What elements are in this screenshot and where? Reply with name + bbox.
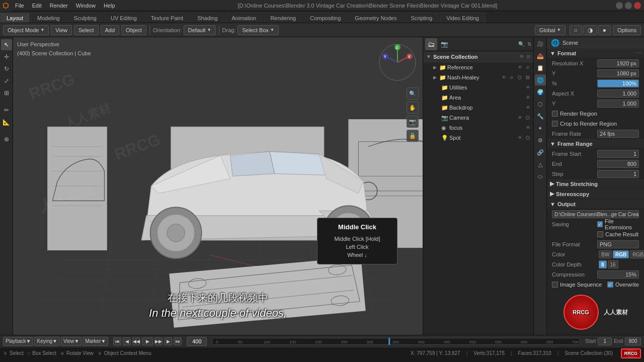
step-value[interactable]: 1: [597, 170, 639, 178]
aspect-y-value[interactable]: 1.000: [597, 100, 639, 108]
image-seq-checkbox[interactable]: [552, 282, 558, 288]
minimize-button[interactable]: [616, 2, 623, 9]
format-section-header[interactable]: ▼ Format ⋯: [547, 48, 644, 58]
tab-shading[interactable]: Shading: [191, 13, 224, 23]
object-properties-icon[interactable]: ⬡: [535, 99, 546, 110]
current-frame-input[interactable]: 400: [187, 337, 207, 346]
playback-menu[interactable]: Playback▼: [3, 337, 33, 346]
resolution-y-value[interactable]: 1080 px: [597, 69, 639, 77]
visibility-backdrop[interactable]: 👁: [524, 104, 531, 111]
exclude-reference[interactable]: ⊘: [524, 64, 531, 71]
drag-dropdown[interactable]: Select Box ▼: [237, 25, 279, 35]
color-rgba[interactable]: RGBA: [630, 250, 644, 258]
aspect-x-value[interactable]: 1.000: [597, 89, 639, 98]
tab-uv-editing[interactable]: UV Editing: [104, 13, 143, 23]
output-section-header[interactable]: ▼ Output: [547, 199, 644, 209]
scene-properties-icon[interactable]: 🌐: [535, 74, 546, 85]
visibility-camera[interactable]: 👁: [516, 114, 523, 121]
output-properties-icon[interactable]: 📤: [535, 50, 546, 61]
depth-8[interactable]: 8: [599, 260, 607, 268]
navigation-gizmo[interactable]: Z X Y: [377, 42, 418, 82]
tab-video-editing[interactable]: Video Editing: [440, 13, 486, 23]
play-forward-button[interactable]: ▶▶: [154, 337, 163, 345]
options-button[interactable]: Options: [613, 25, 641, 35]
depth-16[interactable]: 16: [608, 260, 618, 268]
resolution-x-value[interactable]: 1920 px: [597, 59, 639, 67]
frame-range-section-header[interactable]: ▼ Frame Range: [547, 139, 644, 149]
data-icon[interactable]: △: [535, 159, 546, 170]
tree-item-spot[interactable]: 💡 Spot 👁 ⬡: [423, 133, 533, 143]
world-properties-icon[interactable]: 🌍: [535, 86, 546, 98]
image-seq-check[interactable]: Image Sequence: [552, 282, 602, 288]
end-value[interactable]: 800: [597, 160, 639, 168]
filter-icon[interactable]: 🔍: [518, 41, 524, 47]
tool-rotate[interactable]: ↻: [1, 63, 12, 74]
stereoscopy-header[interactable]: ▶ Stereoscopy: [547, 189, 644, 199]
lock-icon[interactable]: 🔒: [407, 130, 419, 142]
frame-rate-value[interactable]: 24 fps: [597, 130, 639, 138]
tab-geometry-nodes[interactable]: Geometry Nodes: [348, 13, 403, 23]
tool-annotate[interactable]: ✏: [1, 105, 12, 116]
file-ext-checkbox[interactable]: ✓: [597, 221, 603, 227]
viewport-shading-rendered[interactable]: ●: [598, 25, 611, 35]
tab-layout[interactable]: Layout: [0, 13, 30, 23]
render-properties-icon[interactable]: 🎥: [535, 38, 546, 49]
menu-window[interactable]: Window: [72, 0, 100, 11]
tree-item-utilities[interactable]: 📁 Utilities 👁: [423, 82, 533, 93]
file-format-value[interactable]: PNG: [597, 240, 639, 248]
viewport-shading-solid[interactable]: ○: [570, 25, 582, 35]
play-back-button[interactable]: ◀◀: [132, 337, 140, 345]
tree-item-camera[interactable]: 📷 Camera 👁 ⬡: [423, 113, 533, 123]
tree-item-reference[interactable]: ▶ 📁 Reference 👁 ⊘: [423, 62, 533, 72]
render-region-check[interactable]: Render Region: [552, 111, 597, 117]
menu-render[interactable]: Render: [46, 0, 72, 11]
output-path-value[interactable]: D:\Online Courses\Blen...ge Car Creation…: [552, 210, 639, 218]
menu-file[interactable]: File: [11, 0, 28, 11]
add-menu[interactable]: Add: [101, 25, 120, 35]
view-menu[interactable]: View: [51, 25, 72, 35]
jump-start-button[interactable]: ⏮: [113, 337, 121, 345]
exclude-nashhealey[interactable]: ⊘: [508, 74, 515, 81]
physics-icon[interactable]: ⚙: [535, 135, 546, 146]
cache-checkbox[interactable]: [597, 231, 603, 237]
object-mode-dropdown[interactable]: Object Mode ▼: [3, 25, 49, 35]
frame-start-value[interactable]: 1: [597, 150, 639, 158]
select-menu[interactable]: Select: [74, 25, 99, 35]
exclude-icon[interactable]: ⊘: [526, 54, 530, 59]
constraints-icon[interactable]: 🔗: [535, 147, 546, 158]
tool-measure[interactable]: 📐: [1, 117, 12, 128]
tab-sculpting[interactable]: Sculpting: [67, 13, 103, 23]
step-back-button[interactable]: ◀: [123, 337, 131, 345]
color-rgb[interactable]: RGB: [613, 250, 629, 258]
orientation-dropdown[interactable]: Default ▼: [184, 25, 216, 35]
tool-scale[interactable]: ⤢: [1, 75, 12, 86]
visibility-utilities[interactable]: 👁: [524, 84, 531, 91]
scene-icon[interactable]: 🗂: [425, 38, 437, 50]
end-value-tl[interactable]: 800: [625, 337, 641, 345]
menu-edit[interactable]: Edit: [28, 0, 46, 11]
tab-modeling[interactable]: Modeling: [31, 13, 66, 23]
tab-scripting[interactable]: Scripting: [404, 13, 439, 23]
time-stretching-header[interactable]: ▶ Time Stretching: [547, 179, 644, 189]
pan-icon[interactable]: ✋: [407, 102, 419, 114]
crop-check[interactable]: Crop to Render Region: [552, 121, 617, 127]
visibility-nashhealey[interactable]: 👁: [500, 74, 507, 81]
overwrite-check[interactable]: ✓ Overwrite: [607, 282, 639, 288]
step-forward-button[interactable]: ▶: [164, 337, 172, 345]
tree-item-backdrop[interactable]: 📁 Backdrop 👁: [423, 103, 533, 113]
crop-checkbox[interactable]: [552, 121, 558, 127]
menu-help[interactable]: Help: [100, 0, 119, 11]
view-layer-props-icon[interactable]: 📋: [535, 62, 546, 73]
scene-collection-header[interactable]: ▼ Scene Collection 👁 ⊘: [423, 51, 533, 62]
visibility-spot[interactable]: 👁: [516, 134, 523, 141]
global-dropdown[interactable]: Global ▼: [535, 25, 566, 35]
tool-transform[interactable]: ⊞: [1, 87, 12, 99]
tree-item-nashhealey[interactable]: ▶ 📁 Nash-Healey 👁 ⊘ ⬡ ⊡: [423, 72, 533, 82]
tab-texture-paint[interactable]: Texture Paint: [144, 13, 190, 23]
tab-rendering[interactable]: Rendering: [264, 13, 302, 23]
viewport-shading-material[interactable]: ◑: [583, 25, 597, 35]
visibility-reference[interactable]: 👁: [516, 64, 523, 71]
tool-select[interactable]: ↖: [1, 39, 12, 50]
jump-end-button[interactable]: ⏭: [174, 337, 182, 345]
tool-move[interactable]: ✛: [1, 51, 12, 62]
